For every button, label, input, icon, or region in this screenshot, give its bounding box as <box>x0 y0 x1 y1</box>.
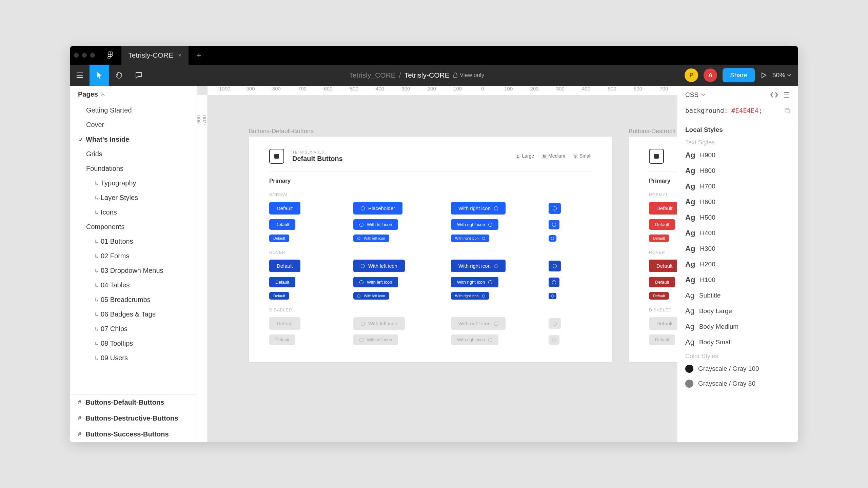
button-righticon-md-disabled[interactable]: With right icon <box>451 334 498 345</box>
button-destructive-sm[interactable]: Default <box>649 235 669 242</box>
canvas[interactable]: -1000-900-800-700-600-500-400-300-200-10… <box>197 86 677 442</box>
sidebar-item[interactable]: ↳03 Dropdown Menus <box>70 263 197 278</box>
sidebar-item[interactable]: Components <box>70 220 197 234</box>
sidebar-item[interactable]: ↳Icons <box>70 205 197 220</box>
button-icon-sm-hover[interactable] <box>549 293 556 299</box>
color-style-row[interactable]: Grayscale / Gray 80 <box>677 376 798 391</box>
hand-tool-button[interactable] <box>109 65 129 86</box>
text-style-row[interactable]: AgH900 <box>677 147 798 163</box>
present-button[interactable] <box>760 72 767 79</box>
button-default-md[interactable]: Default <box>269 219 295 230</box>
frame-label[interactable]: Buttons-Destructi <box>629 128 675 135</box>
button-lefticon-sm-hover[interactable]: With left icon <box>353 292 389 300</box>
button-righticon-lg[interactable]: With right icon <box>451 202 506 215</box>
color-style-row[interactable]: Grayscale / Gray 100 <box>677 361 798 376</box>
button-icon-md[interactable] <box>549 220 559 229</box>
button-lefticon-lg-hover[interactable]: With left icon <box>353 260 405 272</box>
main-menu-button[interactable] <box>70 65 90 86</box>
text-style-row[interactable]: AgH800 <box>677 163 798 179</box>
button-lefticon-md-disabled[interactable]: With left icon <box>353 334 398 345</box>
button-icon-md-hover[interactable] <box>549 278 559 287</box>
button-default-md-disabled[interactable]: Default <box>269 334 295 345</box>
sidebar-item[interactable]: ↳04 Tables <box>70 278 197 292</box>
sidebar-item[interactable]: ↳Layer Styles <box>70 190 197 205</box>
button-icon-lg-hover[interactable] <box>549 261 561 271</box>
figma-logo-icon[interactable] <box>106 52 114 59</box>
sidebar-item[interactable]: ↳06 Badges & Tags <box>70 307 197 322</box>
button-lefticon-sm[interactable]: With left icon <box>353 235 389 242</box>
sidebar-item[interactable]: Cover <box>70 118 197 132</box>
sidebar-item[interactable]: What's Inside <box>70 132 197 147</box>
add-tab-button[interactable]: + <box>197 50 201 60</box>
button-righticon-md[interactable]: With right icon <box>451 219 498 230</box>
zoom-control[interactable]: 50% <box>772 72 791 79</box>
button-default-md-hover[interactable]: Default <box>269 277 295 287</box>
button-icon-md-disabled[interactable] <box>549 335 559 345</box>
button-icon-lg[interactable] <box>549 203 561 214</box>
text-style-row[interactable]: AgH700 <box>677 179 798 194</box>
button-righticon-sm[interactable]: With right icon <box>451 235 489 242</box>
text-style-row[interactable]: AgH100 <box>677 272 798 288</box>
button-destructive-sm-hover[interactable]: Default <box>649 292 669 300</box>
sidebar-item[interactable]: ↳02 Forms <box>70 249 197 263</box>
sidebar-item[interactable]: Foundations <box>70 161 197 176</box>
list-icon[interactable] <box>783 92 790 98</box>
button-destructive-lg-hover[interactable]: Default <box>649 260 677 272</box>
button-default-sm[interactable]: Default <box>269 235 289 242</box>
button-destructive-lg[interactable]: Default <box>649 202 677 215</box>
button-placeholder-lg[interactable]: Placeholder <box>353 202 402 215</box>
sidebar-item[interactable]: Getting Started <box>70 103 197 118</box>
layer-item[interactable]: #Buttons-Success-Buttons <box>70 426 197 442</box>
text-style-row[interactable]: AgH400 <box>677 225 798 241</box>
breadcrumb-parent[interactable]: Tetrisly_CORE <box>349 71 396 79</box>
button-lefticon-md-hover[interactable]: With left icon <box>353 277 398 287</box>
sidebar-item[interactable]: Grids <box>70 147 197 161</box>
button-righticon-lg-hover[interactable]: With right icon <box>451 260 506 272</box>
button-default-lg[interactable]: Default <box>269 202 300 215</box>
code-icon[interactable] <box>770 92 778 98</box>
text-style-row[interactable]: AgBody Large <box>677 303 798 319</box>
sidebar-item[interactable]: ↳05 Breadcrumbs <box>70 292 197 307</box>
text-style-row[interactable]: AgH600 <box>677 194 798 210</box>
frame-label[interactable]: Buttons-Default-Buttons <box>249 128 314 135</box>
frame-default-buttons[interactable]: TETRISLY V.1.0 Default Buttons LLarge MM… <box>249 137 612 362</box>
close-window-icon[interactable] <box>74 53 79 58</box>
button-destructive-md-disabled[interactable]: Default <box>649 334 675 345</box>
button-righticon-sm-hover[interactable]: With right icon <box>451 292 489 300</box>
move-tool-button[interactable] <box>90 65 109 86</box>
button-destructive-md[interactable]: Default <box>649 219 675 230</box>
text-style-row[interactable]: AgSubtitle <box>677 288 798 303</box>
sidebar-item[interactable]: ↳09 Users <box>70 351 197 365</box>
button-righticon-md-hover[interactable]: With right icon <box>451 277 498 287</box>
avatar-user-2[interactable]: A <box>704 68 717 82</box>
file-tab[interactable]: Tetrisly-CORE × <box>121 46 189 65</box>
avatar-user-1[interactable]: P <box>685 68 698 82</box>
button-icon-sm[interactable] <box>549 235 556 242</box>
sidebar-item[interactable]: ↳07 Chips <box>70 322 197 336</box>
layer-item[interactable]: #Buttons-Destructive-Buttons <box>70 410 197 426</box>
frame-destructive-buttons[interactable]: Primary NORMAL Default Default Default H… <box>629 137 677 362</box>
comment-tool-button[interactable] <box>129 65 149 86</box>
text-style-row[interactable]: AgBody Medium <box>677 319 798 334</box>
copy-icon[interactable] <box>784 107 790 114</box>
text-style-row[interactable]: AgH500 <box>677 210 798 225</box>
maximize-window-icon[interactable] <box>90 53 95 58</box>
button-destructive-md-hover[interactable]: Default <box>649 277 675 287</box>
button-default-lg-disabled[interactable]: Default <box>269 317 300 330</box>
text-style-row[interactable]: AgH200 <box>677 257 798 272</box>
pages-panel-header[interactable]: Pages <box>70 86 197 103</box>
button-icon-lg-disabled[interactable] <box>549 318 561 329</box>
text-style-row[interactable]: AgBody Small <box>677 334 798 350</box>
share-button[interactable]: Share <box>723 68 755 82</box>
button-lefticon-lg-disabled[interactable]: With left icon <box>353 317 405 330</box>
button-destructive-lg-disabled[interactable]: Default <box>649 317 677 330</box>
button-default-lg-hover[interactable]: Default <box>269 260 300 272</box>
close-tab-icon[interactable]: × <box>178 52 182 59</box>
minimize-window-icon[interactable] <box>82 53 87 58</box>
sidebar-item[interactable]: ↳08 Tooltips <box>70 336 197 351</box>
sidebar-item[interactable]: ↳Typography <box>70 176 197 190</box>
button-righticon-lg-disabled[interactable]: With right icon <box>451 317 506 330</box>
button-lefticon-md[interactable]: With left icon <box>353 219 398 230</box>
text-style-row[interactable]: AgH300 <box>677 241 798 257</box>
code-language-select[interactable]: CSS <box>685 91 705 99</box>
